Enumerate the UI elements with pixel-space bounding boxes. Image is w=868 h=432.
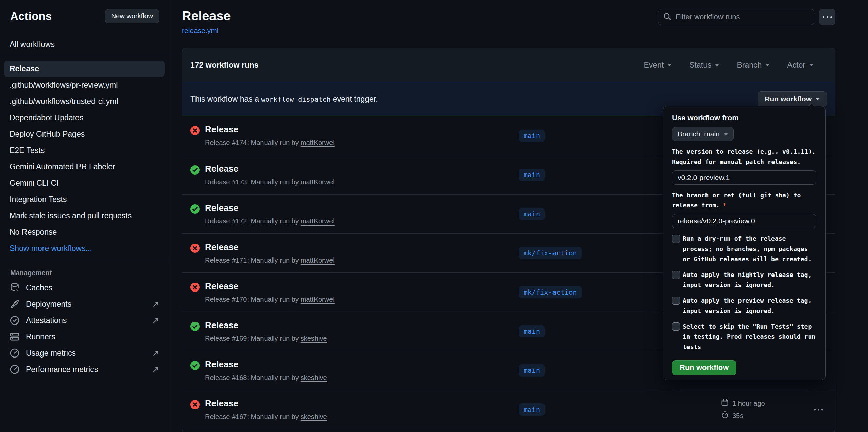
sidebar-item-usage-metrics[interactable]: Usage metrics↗: [0, 345, 169, 361]
sidebar-item-runners[interactable]: Runners: [0, 329, 169, 345]
filter-runs-searchbox[interactable]: [658, 9, 814, 25]
run-workflow-popup: Use workflow from Branch: main The versi…: [663, 106, 826, 380]
check-circle-icon: [190, 204, 200, 214]
run-title-link[interactable]: Release: [205, 203, 238, 213]
branch-badge[interactable]: main: [519, 325, 545, 337]
run-actor-link[interactable]: skeshive: [301, 374, 327, 381]
run-description: Release #174: Manually run bymattKorwel: [205, 139, 335, 147]
management-heading: Management: [0, 265, 169, 280]
popup-heading: Use workflow from: [672, 114, 816, 122]
checkbox-label: Auto apply the nightly release tag, inpu…: [683, 270, 816, 290]
sidebar-item-all-workflows[interactable]: All workflows: [4, 36, 165, 52]
run-workflow-submit-button[interactable]: Run workflow: [672, 360, 736, 375]
sidebar-item-integration-tests[interactable]: Integration Tests: [4, 191, 165, 207]
caret-down-icon: [724, 133, 728, 135]
branch-select-button[interactable]: Branch: main: [672, 127, 734, 141]
run-kebab-button[interactable]: [811, 406, 826, 413]
run-workflow-dropdown-button[interactable]: Run workflow: [758, 91, 827, 107]
sidebar-item-label: Deployments: [26, 300, 71, 309]
required-asterisk: *: [722, 202, 726, 209]
popup-checkbox-row[interactable]: Auto apply the preview release tag, inpu…: [672, 296, 816, 316]
popup-checkbox-row[interactable]: Select to skip the "Run Tests" step in t…: [672, 321, 816, 352]
branch-badge[interactable]: main: [519, 169, 545, 181]
workflow-options-kebab-button[interactable]: [819, 9, 835, 25]
sidebar-item-gemini-automated-pr-labeler[interactable]: Gemini Automated PR Labeler: [4, 159, 165, 175]
run-title-link[interactable]: Release: [205, 164, 238, 174]
version-input[interactable]: [672, 170, 816, 185]
sidebar-item-gemini-cli-ci[interactable]: Gemini CLI CI: [4, 175, 165, 191]
branch-badge[interactable]: mk/fix-action: [519, 286, 582, 298]
sidebar-item-deploy-github-pages[interactable]: Deploy GitHub Pages: [4, 126, 165, 142]
new-workflow-button[interactable]: New workflow: [105, 9, 159, 23]
run-description: Release #170: Manually run bymattKorwel: [205, 296, 335, 303]
run-title-link[interactable]: Release: [205, 320, 238, 331]
checkbox[interactable]: [672, 271, 680, 279]
sidebar-item-attestations[interactable]: Attestations↗: [0, 312, 169, 329]
stopwatch-icon: [721, 411, 729, 420]
sidebar-header: Actions New workflow: [0, 9, 169, 23]
run-description: Release #172: Manually run bymattKorwel: [205, 217, 335, 225]
arrow-up-right-icon: ↗: [152, 316, 159, 326]
filter-event-dropdown[interactable]: Event: [644, 61, 671, 70]
run-actor-link[interactable]: mattKorwel: [301, 217, 335, 225]
rocket-icon: [10, 299, 20, 309]
run-title-link[interactable]: Release: [205, 359, 238, 370]
verified-icon: [10, 315, 20, 326]
filter-runs-input[interactable]: [676, 13, 809, 21]
checkbox-label: Auto apply the preview release tag, inpu…: [683, 296, 816, 316]
main-header: Release release.yml: [182, 9, 835, 35]
sidebar-item-e2e-tests[interactable]: E2E Tests: [4, 142, 165, 159]
checkbox-label: Run a dry-run of the release process; no…: [683, 234, 816, 264]
filter-branch-dropdown[interactable]: Branch: [737, 61, 769, 70]
run-actor-link[interactable]: mattKorwel: [301, 256, 335, 264]
sidebar-item-dependabot-updates[interactable]: Dependabot Updates: [4, 110, 165, 126]
sidebar-item-release[interactable]: Release: [4, 61, 165, 77]
page-title: Release: [182, 9, 231, 23]
runs-count: 172 workflow runs: [190, 61, 259, 70]
workflow-run-row: Release Release #167: Manually run byske…: [182, 390, 835, 429]
server-icon: [10, 332, 20, 342]
run-actor-link[interactable]: skeshive: [301, 413, 327, 420]
arrow-up-right-icon: ↗: [152, 348, 159, 358]
workflow-file-link[interactable]: release.yml: [182, 27, 218, 35]
sidebar-item-github-workflows-pr-review-yml[interactable]: .github/workflows/pr-review.yml: [4, 77, 165, 93]
show-more-workflows-link[interactable]: Show more workflows...: [4, 240, 165, 256]
sidebar-item-deployments[interactable]: Deployments↗: [0, 296, 169, 312]
run-actor-link[interactable]: mattKorwel: [301, 139, 335, 146]
check-circle-icon: [190, 165, 200, 175]
filter-actor-dropdown[interactable]: Actor: [787, 61, 813, 70]
sidebar-divider: [0, 261, 169, 261]
popup-checkbox-row[interactable]: Auto apply the nightly release tag, inpu…: [672, 270, 816, 290]
run-title-link[interactable]: Release: [205, 242, 238, 252]
title-block: Release release.yml: [182, 9, 231, 35]
next-run-row-partial: [182, 429, 835, 432]
ref-field-label: The branch or ref (full git sha) to rele…: [672, 190, 816, 211]
run-actor-link[interactable]: mattKorwel: [301, 296, 335, 303]
run-title-link[interactable]: Release: [205, 398, 238, 409]
sidebar-item-github-workflows-trusted-ci-yml[interactable]: .github/workflows/trusted-ci.yml: [4, 93, 165, 110]
run-title-link[interactable]: Release: [205, 124, 238, 135]
x-circle-icon: [190, 283, 200, 292]
run-actor-link[interactable]: mattKorwel: [301, 178, 335, 186]
sidebar-item-no-response[interactable]: No Response: [4, 224, 165, 240]
branch-badge[interactable]: main: [519, 364, 545, 377]
sidebar-item-mark-stale-issues-and-pull-requests[interactable]: Mark stale issues and pull requests: [4, 207, 165, 224]
checkbox[interactable]: [672, 235, 680, 243]
checkbox[interactable]: [672, 322, 680, 331]
checkbox[interactable]: [672, 297, 680, 305]
run-description: Release #173: Manually run bymattKorwel: [205, 178, 335, 186]
sidebar-item-label: Usage metrics: [26, 349, 76, 358]
branch-badge[interactable]: mk/fix-action: [519, 247, 582, 259]
run-actor-link[interactable]: skeshive: [301, 335, 327, 342]
caret-down-icon: [715, 64, 719, 66]
sidebar-item-performance-metrics[interactable]: Performance metrics↗: [0, 361, 169, 378]
branch-badge[interactable]: main: [519, 130, 545, 142]
sidebar-item-label: Performance metrics: [26, 365, 98, 374]
popup-checkbox-row[interactable]: Run a dry-run of the release process; no…: [672, 234, 816, 264]
run-title-link[interactable]: Release: [205, 281, 238, 292]
sidebar-item-caches[interactable]: Caches: [0, 280, 169, 296]
filter-status-dropdown[interactable]: Status: [689, 61, 719, 70]
branch-badge[interactable]: main: [519, 208, 545, 220]
branch-badge[interactable]: main: [519, 403, 545, 416]
ref-input[interactable]: [672, 214, 816, 228]
